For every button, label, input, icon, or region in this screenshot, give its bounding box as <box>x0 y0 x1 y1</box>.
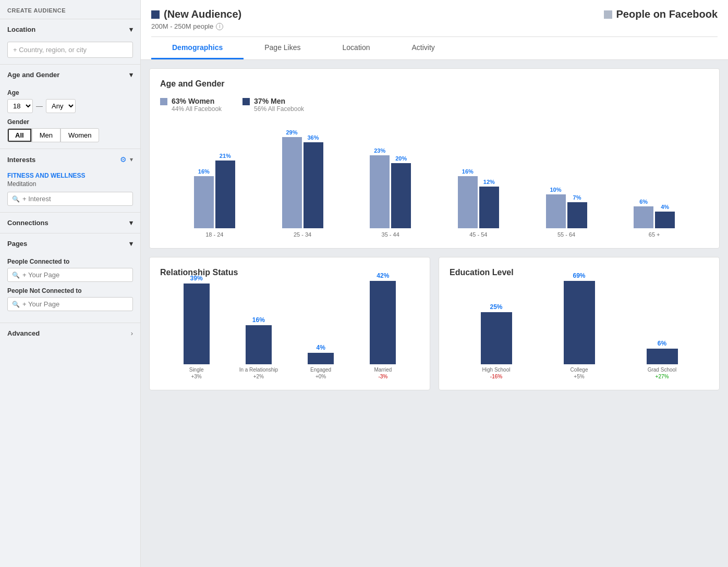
edu-bar-pct: 69% <box>573 272 585 279</box>
rel-bar-label: Single <box>189 367 204 373</box>
age-label: Age <box>7 89 133 96</box>
relationship-card: Relationship Status 39% Single +3% 16% I… <box>149 257 430 390</box>
rel-bar-label: In a Relationship <box>239 367 278 373</box>
interest-item: Meditation <box>7 180 133 188</box>
men-bar-wrap: 7% <box>567 194 587 228</box>
tab-page-likes[interactable]: Page Likes <box>244 37 321 59</box>
edu-bar-label: Grad School <box>648 367 677 373</box>
women-bar-pct: 23% <box>374 147 385 154</box>
men-bar-wrap: 12% <box>479 179 499 228</box>
bar-group: 23% 20% 35 - 44 <box>346 147 434 238</box>
location-input[interactable] <box>7 42 133 58</box>
men-bar-pct: 21% <box>220 153 231 159</box>
men-pct: 37% Men <box>254 97 304 105</box>
age-gender-label: Age and Gender <box>7 71 59 79</box>
bar-label: 18 - 24 <box>205 231 223 238</box>
bar-label: 55 - 64 <box>557 231 575 238</box>
edu-bar-change: -16% <box>490 374 502 379</box>
interests-info-icon: ⚙ <box>120 155 127 164</box>
women-bar-wrap: 29% <box>282 129 302 228</box>
men-bar-pct: 12% <box>483 179 495 185</box>
advanced-arrow-icon: › <box>131 329 133 337</box>
relationship-bars: 39% Single +3% 16% In a Relationship +2%… <box>160 286 419 379</box>
women-sub: 44% All Facebook <box>172 105 222 113</box>
gender-all-button[interactable]: All <box>7 128 32 142</box>
age-gender-body: Age 18 — Any Gender All <box>0 85 140 149</box>
bar-label: 45 - 54 <box>469 231 487 238</box>
advanced-section[interactable]: Advanced › <box>0 323 140 343</box>
bar-group: 10% 7% 55 - 64 <box>523 187 611 238</box>
edu-bar-group: 69% College +5% <box>538 272 621 379</box>
interests-header[interactable]: Interests ⚙ ▾ <box>0 149 140 170</box>
pages-label: Pages <box>7 240 27 248</box>
rel-bar-change: +0% <box>316 374 326 379</box>
women-bar-wrap: 16% <box>458 168 478 228</box>
men-bar-pct: 36% <box>307 134 319 141</box>
interest-input[interactable] <box>22 195 128 203</box>
age-gender-header[interactable]: Age and Gender ▾ <box>0 65 140 85</box>
interests-chevron-icon: ▾ <box>130 156 133 163</box>
edu-bar <box>564 281 595 364</box>
connections-chevron-icon: ▾ <box>129 219 133 227</box>
age-from-select[interactable]: 18 <box>7 99 33 113</box>
pages-header[interactable]: Pages ▾ <box>0 233 140 254</box>
bar-label: 25 - 34 <box>294 231 311 238</box>
rel-bar-label: Married <box>374 367 392 373</box>
pages-chevron-icon: ▾ <box>129 240 133 248</box>
women-legend-color <box>160 98 167 105</box>
rel-bar-change: -3% <box>378 374 387 379</box>
bar-group: 29% 36% 25 - 34 <box>259 129 347 238</box>
men-bar-pct: 4% <box>661 204 669 210</box>
gender-women-button[interactable]: Women <box>60 128 100 142</box>
age-gender-card: Age and Gender 63% Women 44% All Faceboo… <box>149 68 720 249</box>
women-bar-pct: 29% <box>286 129 297 135</box>
women-bar-wrap: 10% <box>546 187 566 228</box>
education-card: Education Level 25% High School -16% 69%… <box>439 257 720 390</box>
location-label: Location <box>7 26 35 33</box>
men-bar-pct: 20% <box>395 155 407 162</box>
women-bar <box>634 206 653 228</box>
women-bar-wrap: 16% <box>194 168 214 228</box>
interests-header-left: Interests <box>7 156 35 164</box>
rel-bar-group: 4% Engaged +0% <box>290 344 352 379</box>
connections-section: Connections ▾ <box>0 213 140 233</box>
bar-group: 16% 21% 18 - 24 <box>171 153 259 238</box>
men-bar-wrap: 36% <box>304 134 323 228</box>
age-to-select[interactable]: Any <box>46 99 76 113</box>
not-connected-search-icon: 🔍 <box>12 301 20 308</box>
location-header[interactable]: Location ▾ <box>0 19 140 40</box>
men-bar-wrap: 20% <box>391 155 411 228</box>
men-bar <box>655 212 675 228</box>
men-sub: 56% All Facebook <box>254 105 304 113</box>
women-legend: 63% Women 44% All Facebook <box>160 97 222 113</box>
tab-location[interactable]: Location <box>322 37 391 59</box>
not-connected-input[interactable] <box>22 300 128 308</box>
rel-bar-change: +3% <box>191 374 201 379</box>
connections-header[interactable]: Connections ▾ <box>0 213 140 233</box>
people-on-facebook-label: People on Facebook <box>616 8 718 20</box>
edu-bar <box>647 349 678 364</box>
people-connected-label: People Connected to <box>7 258 133 265</box>
connected-input[interactable] <box>22 271 128 279</box>
tabs: Demographics Page Likes Location Activit… <box>151 36 718 59</box>
audience-color-box <box>151 10 160 19</box>
audience-title-row: (New Audience) People on Facebook <box>151 8 718 20</box>
men-bar <box>479 187 499 228</box>
women-bar <box>370 155 390 228</box>
men-bar <box>391 163 411 228</box>
audience-name-text: (New Audience) <box>164 8 241 20</box>
tab-activity[interactable]: Activity <box>391 37 455 59</box>
tab-demographics[interactable]: Demographics <box>151 37 244 59</box>
age-gender-section: Age and Gender ▾ Age 18 — Any <box>0 65 140 149</box>
women-bar <box>546 194 566 228</box>
gender-men-button[interactable]: Men <box>32 128 60 142</box>
edu-bar-group: 25% High School -16% <box>455 303 538 379</box>
not-connected-input-wrap: 🔍 <box>7 297 133 311</box>
people-color-box <box>604 10 612 19</box>
rel-bar-group: 42% Married -3% <box>352 272 414 379</box>
edu-bar-pct: 25% <box>490 303 502 311</box>
rel-bar <box>308 353 334 364</box>
age-gender-title: Age and Gender <box>160 79 709 89</box>
men-legend-color <box>242 98 250 105</box>
women-bar-pct: 6% <box>639 199 648 205</box>
